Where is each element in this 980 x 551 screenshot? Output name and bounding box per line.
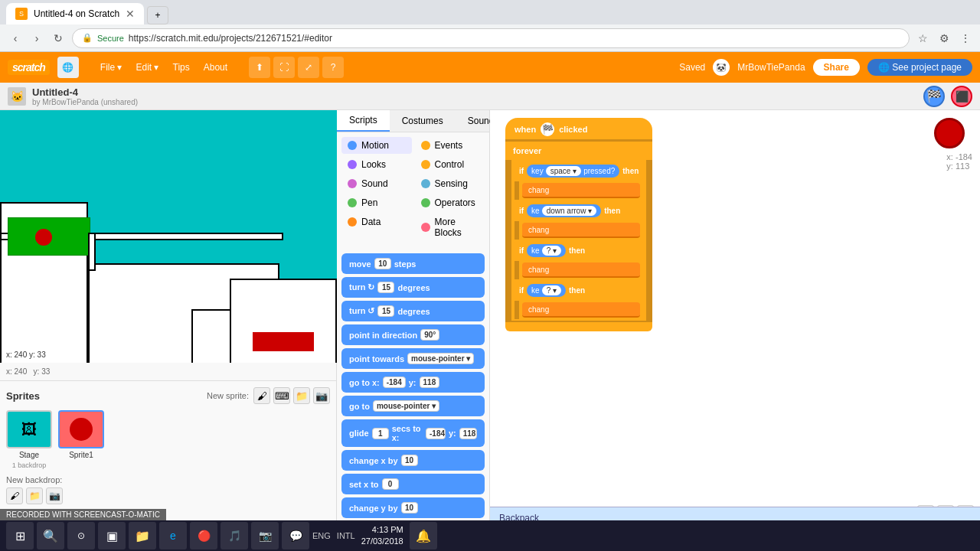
key-pressed-condition-2[interactable]: ke down arrow ▾ xyxy=(527,204,601,217)
sprite-item-sprite1[interactable]: Sprite1 xyxy=(58,410,104,469)
refresh-btn[interactable]: ↻ xyxy=(49,29,67,47)
notification-btn[interactable]: 🔔 xyxy=(410,522,437,549)
start-btn[interactable]: ⊞ xyxy=(6,522,34,549)
see-project-btn[interactable]: 🌐 See project page xyxy=(867,59,972,76)
block-set-x[interactable]: set x to 0 xyxy=(341,474,485,494)
nav-edit[interactable]: Edit ▾ xyxy=(129,59,165,76)
change-block-4[interactable]: chang xyxy=(522,302,640,318)
category-control[interactable]: Control xyxy=(415,156,485,173)
forever-label-block[interactable]: forever xyxy=(505,142,652,160)
app6-btn[interactable]: 📷 xyxy=(251,522,279,549)
block-glide-x[interactable]: -184 xyxy=(426,428,446,439)
edge-btn[interactable]: e xyxy=(159,522,187,549)
if-block-2[interactable]: if ke down arrow ▾ then xyxy=(514,201,643,220)
block-glide[interactable]: glide 1 secs to x: -184 y: 118 xyxy=(341,419,485,447)
help-icon[interactable]: ? xyxy=(322,57,344,78)
scripts-canvas[interactable]: when 🏁 clicked forever if xyxy=(490,110,980,528)
resize-icon[interactable]: ⤢ xyxy=(298,57,319,78)
block-change-y-input[interactable]: 10 xyxy=(401,502,418,514)
camera-sprite-btn[interactable]: 📷 xyxy=(313,387,330,404)
when-flag-block[interactable]: when 🏁 clicked xyxy=(505,118,652,142)
app5-btn[interactable]: 🎵 xyxy=(220,522,248,549)
block-turn-ccw[interactable]: turn ↺ 15 degrees xyxy=(341,301,485,321)
block-change-y[interactable]: change y by 10 xyxy=(341,497,485,518)
explorer-btn[interactable]: 📁 xyxy=(129,522,156,549)
key-pressed-condition-4[interactable]: ke ? ▾ xyxy=(527,284,566,297)
extensions-btn[interactable]: ⚙ xyxy=(936,30,952,47)
block-point-input[interactable]: 90° xyxy=(420,329,439,341)
block-move-steps[interactable]: move 10 steps xyxy=(341,253,485,274)
camera-backdrop-btn[interactable]: 📷 xyxy=(46,487,63,504)
block-glide-y[interactable]: 118 xyxy=(459,428,477,439)
search-btn[interactable]: 🔍 xyxy=(37,522,64,549)
nav-tips[interactable]: Tips xyxy=(167,59,196,76)
tab-scripts[interactable]: Scripts xyxy=(337,110,390,132)
upload-sprite-btn[interactable]: 📁 xyxy=(293,387,310,404)
key-dropdown-4[interactable]: ? ▾ xyxy=(542,285,561,295)
if-block-4[interactable]: if ke ? ▾ then xyxy=(514,281,643,299)
share-btn[interactable]: Share xyxy=(813,59,860,76)
block-turn-cw[interactable]: turn ↻ 15 degrees xyxy=(341,277,485,298)
category-looks[interactable]: Looks xyxy=(341,156,412,173)
chrome-btn[interactable]: 🔴 xyxy=(190,522,217,549)
new-tab-btn[interactable]: + xyxy=(147,6,168,24)
green-flag-btn[interactable]: 🏁 xyxy=(923,86,945,107)
upload-backdrop-btn[interactable]: 📁 xyxy=(26,487,43,504)
address-bar[interactable]: 🔒 Secure https://scratch.mit.edu/project… xyxy=(72,28,910,48)
block-point-direction[interactable]: point in direction 90° xyxy=(341,324,485,345)
block-glide-secs[interactable]: 1 xyxy=(372,428,389,439)
taskview-btn[interactable]: ▣ xyxy=(98,522,126,549)
key-pressed-condition-1[interactable]: key space ▾ pressed? xyxy=(527,165,619,178)
nav-about[interactable]: About xyxy=(198,59,234,76)
key-dropdown-1[interactable]: space ▾ xyxy=(546,166,581,176)
change-block-1[interactable]: chang xyxy=(522,183,640,198)
category-sound[interactable]: Sound xyxy=(341,175,412,192)
block-point-towards[interactable]: point towards mouse-pointer ▾ xyxy=(341,348,485,369)
tab-close-btn[interactable]: ✕ xyxy=(126,8,135,20)
category-events[interactable]: Events xyxy=(415,137,485,154)
block-change-x[interactable]: change x by 10 xyxy=(341,450,485,471)
nav-file[interactable]: File ▾ xyxy=(94,59,129,76)
cortana-btn[interactable]: ⊙ xyxy=(67,522,95,549)
change-block-2[interactable]: chang xyxy=(522,223,640,238)
forward-btn[interactable]: › xyxy=(28,29,46,47)
block-goto-mouse-input[interactable]: mouse-pointer ▾ xyxy=(373,400,439,412)
stop-btn[interactable]: ⬛ xyxy=(951,86,972,107)
paint-sprite-btn[interactable]: 🖌 xyxy=(253,387,270,404)
block-set-x-input[interactable]: 0 xyxy=(382,478,399,490)
block-goto-y[interactable]: 118 xyxy=(420,377,440,388)
sprite-item-stage[interactable]: 🖼 Stage 1 backdrop xyxy=(6,410,52,469)
if-block-1[interactable]: if key space ▾ pressed? then xyxy=(514,161,643,180)
block-move-input[interactable]: 10 xyxy=(374,258,391,269)
category-sensing[interactable]: Sensing xyxy=(415,175,485,192)
back-btn[interactable]: ‹ xyxy=(6,29,24,47)
project-name[interactable]: Untitled-4 xyxy=(32,86,138,98)
category-data[interactable]: Data xyxy=(341,214,412,230)
paint-backdrop-btn[interactable]: 🖌 xyxy=(6,487,23,504)
menu-btn[interactable]: ⋮ xyxy=(957,30,974,47)
change-block-3[interactable]: chang xyxy=(522,262,640,278)
block-change-x-input[interactable]: 10 xyxy=(401,455,418,466)
keyboard-sprite-btn[interactable]: ⌨ xyxy=(273,387,290,404)
key-pressed-condition-3[interactable]: ke ? ▾ xyxy=(527,244,566,257)
category-pen[interactable]: Pen xyxy=(341,194,412,211)
block-goto-x[interactable]: -184 xyxy=(383,377,406,388)
category-motion[interactable]: Motion xyxy=(341,137,412,154)
block-goto-mouse[interactable]: go to mouse-pointer ▾ xyxy=(341,396,485,416)
stage-canvas[interactable]: x: 240 y: 33 xyxy=(0,110,337,363)
fullscreen-icon[interactable]: ⛶ xyxy=(273,57,295,78)
tab-costumes[interactable]: Costumes xyxy=(390,110,456,132)
scratch-world-icon[interactable]: 🌐 xyxy=(57,57,79,78)
category-more-blocks[interactable]: More Blocks xyxy=(415,214,485,241)
upload-icon[interactable]: ⬆ xyxy=(249,57,270,78)
key-dropdown-3[interactable]: ? ▾ xyxy=(542,246,561,256)
block-towards-input[interactable]: mouse-pointer ▾ xyxy=(407,353,474,364)
category-operators[interactable]: Operators xyxy=(415,194,485,211)
if-block-3[interactable]: if ke ? ▾ then xyxy=(514,241,643,259)
block-turn-cw-input[interactable]: 15 xyxy=(377,282,394,293)
key-dropdown-2[interactable]: down arrow ▾ xyxy=(542,206,596,216)
bookmark-btn[interactable]: ☆ xyxy=(914,30,931,47)
app7-btn[interactable]: 💬 xyxy=(282,522,309,549)
block-turn-ccw-input[interactable]: 15 xyxy=(377,305,394,317)
browser-tab[interactable]: S Untitled-4 on Scratch ✕ xyxy=(6,3,144,24)
